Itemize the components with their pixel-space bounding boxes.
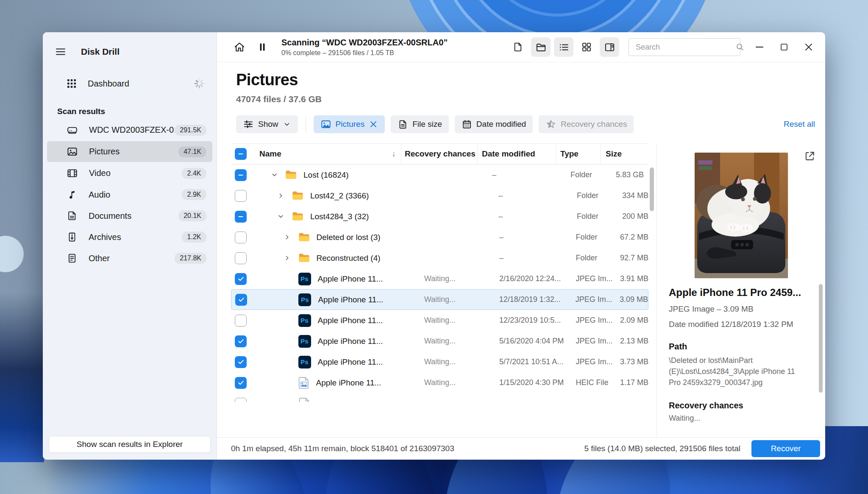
type-cell: JPEG Im... <box>576 274 612 283</box>
expand-chevron-icon[interactable] <box>283 234 292 241</box>
sort-descending-icon[interactable]: ↓ <box>392 149 396 159</box>
file-name: Lost42_2 (3366) <box>310 191 369 201</box>
show-filter-dropdown[interactable]: Show <box>236 115 298 133</box>
recovery-chances-filter-chip: Recovery chances <box>539 115 634 133</box>
sidebar-item-audio[interactable]: Audio2.9K <box>47 184 212 205</box>
row-checkbox[interactable] <box>235 377 247 389</box>
recovery-chance-cell: Waiting... <box>424 295 456 304</box>
table-row[interactable]: PsApple iPhone 11...Waiting...2/16/2020 … <box>231 268 648 289</box>
recovery-chances-filter-label: Recovery chances <box>561 120 627 129</box>
remove-filter-icon[interactable] <box>369 120 378 129</box>
date-modified-cell: – <box>498 191 503 200</box>
page-subtitle: 47074 files / 37.6 GB <box>236 94 825 104</box>
table-row[interactable]: PsApple iPhone 11...Waiting...5/16/2020 … <box>231 331 648 352</box>
status-bar: 0h 1m elapsed, 45h 11m remain, block 518… <box>217 437 825 460</box>
sidebar: Disk Drill Dashboard Scan results WDC WD… <box>43 32 217 460</box>
selection-summary: 5 files (14.0 MB) selected, 291506 files… <box>584 444 740 453</box>
list-view-button[interactable] <box>554 37 573 57</box>
close-button[interactable] <box>796 37 821 57</box>
date-modified-filter-chip[interactable]: Date modified <box>455 115 533 133</box>
column-header-recovery[interactable]: Recovery chances <box>405 149 476 159</box>
row-checkbox[interactable] <box>235 356 247 368</box>
chevron-down-icon <box>283 120 291 128</box>
details-scrollbar[interactable] <box>819 284 823 393</box>
table-row[interactable]: PsApple iPhone 11...Waiting...12/18/2019… <box>231 289 648 310</box>
hamburger-menu-icon[interactable] <box>55 46 67 58</box>
count-badge: 1.2K <box>182 232 206 243</box>
home-button[interactable] <box>230 37 249 57</box>
grid-view-button[interactable] <box>577 37 596 57</box>
collapse-chevron-icon[interactable] <box>270 171 278 179</box>
table-row[interactable]: Deleted or lost (3)–Folder67.2 MB <box>231 227 648 248</box>
scan-title: Scanning “WDC WD2003FZEX-00SRLA0” <box>281 37 448 47</box>
details-panel-toggle-button[interactable] <box>600 37 619 57</box>
table-rows: Lost (16824)–Folder5.83 GBLost42_2 (3366… <box>231 165 657 402</box>
expand-chevron-icon[interactable] <box>283 254 292 262</box>
row-checkbox[interactable] <box>235 190 247 202</box>
collapse-chevron-icon[interactable] <box>277 213 285 220</box>
table-row[interactable]: PsApple iPhone 11...Waiting...5/7/2021 1… <box>231 352 648 372</box>
type-cell: Folder <box>576 233 597 241</box>
maximize-button[interactable] <box>772 37 796 57</box>
sidebar-item-dashboard[interactable]: Dashboard <box>47 73 212 94</box>
size-cell: 2.13 MB <box>620 337 648 345</box>
search-input[interactable] <box>635 42 735 52</box>
show-in-explorer-button[interactable]: Show scan results in Explorer <box>49 436 211 453</box>
sidebar-item-pictures[interactable]: Pictures47.1K <box>47 141 212 162</box>
sidebar-item-documents[interactable]: Documents20.1K <box>47 206 212 226</box>
date-modified-cell: – <box>498 212 503 220</box>
table-row[interactable] <box>231 393 648 402</box>
type-cell: Folder <box>570 170 592 179</box>
row-checkbox[interactable] <box>235 398 247 402</box>
file-icon <box>398 119 408 130</box>
row-checkbox[interactable] <box>235 169 247 181</box>
table-row[interactable]: Lost (16824)–Folder5.83 GB <box>231 165 648 185</box>
row-checkbox[interactable] <box>235 294 247 306</box>
file-name: Apple iPhone 11... <box>316 378 381 388</box>
reset-all-link[interactable]: Reset all <box>784 120 815 129</box>
search-box[interactable] <box>629 38 740 56</box>
column-header-type[interactable]: Type <box>560 149 579 159</box>
image-icon <box>320 119 331 130</box>
table-row[interactable]: Lost4284_3 (32)–Folder200 MB <box>231 206 648 227</box>
sidebar-item-label: Audio <box>89 190 182 200</box>
recover-button[interactable]: Recover <box>751 440 820 457</box>
file-size-filter-chip[interactable]: File size <box>391 115 449 133</box>
pictures-filter-chip[interactable]: Pictures <box>314 115 385 133</box>
folder-icon <box>292 212 303 221</box>
column-header-date[interactable]: Date modified <box>482 149 535 159</box>
table-scrollbar[interactable] <box>650 167 654 211</box>
pause-scan-button[interactable] <box>253 37 272 57</box>
column-header-name[interactable]: Name <box>259 149 281 159</box>
date-modified-cell: – <box>492 170 496 179</box>
minimize-button[interactable] <box>747 37 772 57</box>
row-checkbox[interactable] <box>235 211 247 223</box>
column-header-size[interactable]: Size <box>606 149 622 159</box>
table-row[interactable]: Reconstructed (4)–Folder92.7 MB <box>231 248 648 268</box>
row-checkbox[interactable] <box>235 335 247 347</box>
select-all-checkbox[interactable] <box>235 148 247 160</box>
row-checkbox[interactable] <box>235 252 247 264</box>
sidebar-item-video[interactable]: Video2.4K <box>47 163 212 184</box>
app-title: Disk Drill <box>81 47 120 57</box>
size-cell: 67.2 MB <box>620 233 648 241</box>
row-checkbox[interactable] <box>235 232 247 243</box>
page-title: Pictures <box>236 71 825 89</box>
sidebar-item-archives[interactable]: Archives1.2K <box>47 227 212 247</box>
count-badge: 20.1K <box>178 210 206 221</box>
date-modified-cell: 5/16/2020 4:04 PM <box>499 337 564 345</box>
row-checkbox[interactable] <box>235 315 247 327</box>
folder-view-button[interactable] <box>531 37 551 57</box>
table-header-row: Name ↓ Recovery chances Date modified Ty… <box>231 143 648 165</box>
file-name: Apple iPhone 11... <box>318 295 383 304</box>
sidebar-item-wdc-wd2003fzex-0[interactable]: WDC WD2003FZEX-0...291.5K <box>47 120 212 140</box>
open-preview-icon[interactable] <box>804 150 816 162</box>
table-row[interactable]: Lost42_2 (3366)–Folder334 MB <box>231 185 648 206</box>
sidebar-item-other[interactable]: Other217.8K <box>47 248 212 268</box>
expand-chevron-icon[interactable] <box>277 192 285 199</box>
row-checkbox[interactable] <box>235 273 247 285</box>
table-row[interactable]: PsApple iPhone 11...Waiting...12/23/2019… <box>231 310 648 331</box>
table-row[interactable]: Apple iPhone 11...Waiting...1/15/2020 4:… <box>231 372 648 393</box>
file-view-button[interactable] <box>508 37 528 57</box>
file-size-filter-label: File size <box>412 120 442 129</box>
